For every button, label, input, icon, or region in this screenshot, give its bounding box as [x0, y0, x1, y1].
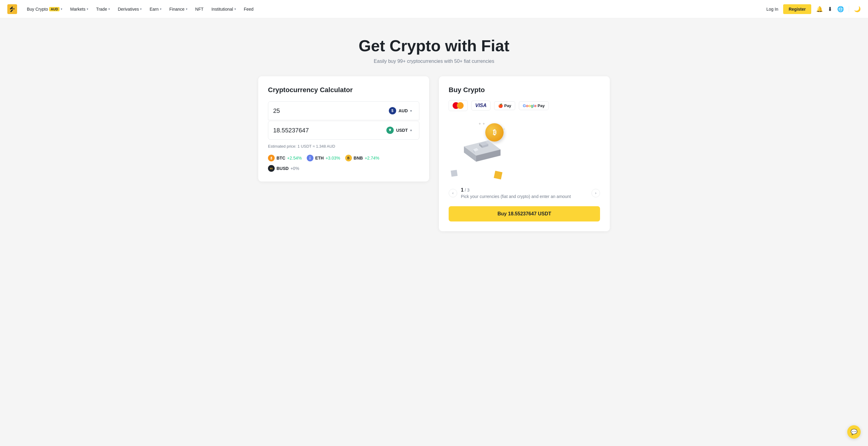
crypto-amount-input[interactable] [273, 127, 384, 134]
estimated-price: Estimated price: 1 USDT ≈ 1.348 AUD [268, 144, 420, 149]
nav-items: Buy Crypto AUD ▾ Markets ▾ Trade ▾ Deriv… [23, 4, 766, 14]
apple-pay-icon: 🍎 Pay [494, 101, 515, 110]
nav-markets[interactable]: Markets ▾ [66, 4, 92, 14]
google-pay-icon: Google Pay [519, 101, 549, 110]
login-button[interactable]: Log In [766, 7, 778, 11]
globe-icon[interactable]: 🌐 [837, 6, 844, 12]
step-counter: 1 / 3 [461, 187, 588, 193]
chevron-down-icon: ▾ [410, 109, 412, 113]
btc-icon: ₿ [268, 155, 275, 161]
hero-section: Get Crypto with Fiat Easily buy 99+ cryp… [0, 18, 868, 76]
prev-step-button[interactable]: ‹ [448, 189, 457, 197]
register-button[interactable]: Register [783, 4, 811, 14]
nav-earn[interactable]: Earn ▾ [146, 4, 165, 14]
main-content: Cryptocurrency Calculator $ AUD ▾ USDT ▾ [251, 76, 617, 250]
calculator-title: Cryptocurrency Calculator [268, 86, 420, 94]
nav-buy-crypto[interactable]: Buy Crypto AUD ▾ [23, 4, 66, 14]
hero-title: Get Crypto with Fiat [7, 37, 861, 55]
theme-icon[interactable]: 🌙 [854, 6, 861, 12]
mastercard-icon [448, 100, 468, 111]
chevron-down-icon: ▾ [186, 7, 187, 11]
nav-trade[interactable]: Trade ▾ [92, 4, 114, 14]
bnb-coin-item[interactable]: B BNB +2.74% [345, 155, 379, 161]
chevron-down-icon: ▾ [108, 7, 110, 11]
nav-feed[interactable]: Feed [240, 4, 257, 14]
download-icon[interactable]: ⬇ [828, 6, 832, 12]
step-navigation: ‹ 1 / 3 Pick your currencies (fiat and c… [448, 187, 600, 199]
visa-icon: VISA [471, 101, 491, 110]
sparkle-decoration-2: ✦ [503, 128, 505, 131]
usdt-icon [386, 127, 394, 134]
buy-crypto-title: Buy Crypto [448, 86, 600, 94]
notification-icon[interactable]: 🔔 [816, 6, 823, 12]
hero-subtitle: Easily buy 99+ cryptocurrencies with 50+… [7, 59, 861, 64]
fiat-input-row: $ AUD ▾ [268, 101, 420, 120]
buy-button[interactable]: Buy 18.55237647 USDT [448, 206, 600, 221]
gray-cube [451, 170, 458, 177]
bnb-icon: B [345, 155, 352, 161]
logo[interactable] [7, 4, 17, 14]
step-description: Pick your currencies (fiat and crypto) a… [461, 194, 588, 199]
fiat-currency-selector[interactable]: $ AUD ▾ [386, 106, 414, 116]
nav-right: Log In Register 🔔 ⬇ 🌐 🌙 [766, 4, 861, 14]
yellow-cube [494, 171, 502, 179]
nav-institutional[interactable]: Institutional ▾ [208, 4, 240, 14]
eth-coin-item[interactable]: Ξ ETH +3.03% [307, 155, 340, 161]
calculator-card: Cryptocurrency Calculator $ AUD ▾ USDT ▾ [258, 76, 429, 182]
mc-orange-circle [457, 102, 464, 109]
step-info: 1 / 3 Pick your currencies (fiat and cry… [461, 187, 588, 199]
fiat-amount-input[interactable] [273, 107, 386, 115]
divider [849, 6, 849, 12]
nav-nft[interactable]: NFT [192, 4, 207, 14]
chevron-down-icon: ▾ [235, 7, 236, 11]
navbar: Buy Crypto AUD ▾ Markets ▾ Trade ▾ Deriv… [0, 0, 868, 18]
sparkle-decoration: ✦ ✦ [478, 122, 485, 126]
next-step-button[interactable]: › [591, 189, 600, 197]
svg-marker-1 [389, 128, 391, 131]
crypto-currency-selector[interactable]: USDT ▾ [384, 125, 414, 135]
chevron-down-icon: ▾ [410, 129, 412, 132]
chevron-down-icon: ▾ [140, 7, 142, 11]
coins-row-2: B$ BUSD +0% [268, 165, 420, 172]
aud-icon: $ [389, 107, 396, 115]
crypto-illustration: ₿ ✦ ✦ ✦ [448, 120, 507, 181]
eth-icon: Ξ [307, 155, 313, 161]
payment-methods: VISA 🍎 Pay Google Pay [448, 100, 600, 111]
crypto-input-row: USDT ▾ [268, 121, 420, 140]
busd-icon: B$ [268, 165, 275, 172]
busd-coin-item[interactable]: B$ BUSD +0% [268, 165, 299, 172]
nav-finance[interactable]: Finance ▾ [166, 4, 191, 14]
chevron-down-icon: ▾ [87, 7, 88, 11]
btc-coin-item[interactable]: ₿ BTC +2.54% [268, 155, 302, 161]
buy-crypto-card: Buy Crypto VISA 🍎 Pay Google Pay [439, 76, 610, 231]
chevron-down-icon: ▾ [61, 7, 62, 11]
nav-derivatives[interactable]: Derivatives ▾ [114, 4, 145, 14]
coins-row: ₿ BTC +2.54% Ξ ETH +3.03% B BNB +2.74% [268, 155, 420, 161]
chevron-down-icon: ▾ [160, 7, 161, 11]
